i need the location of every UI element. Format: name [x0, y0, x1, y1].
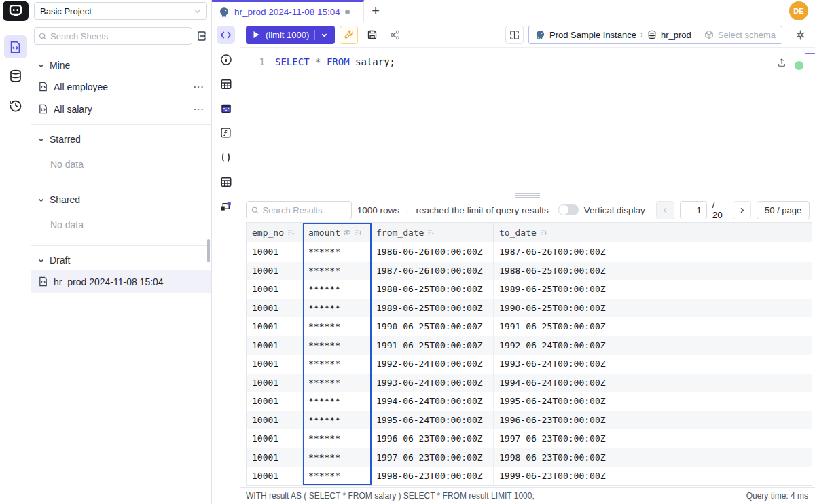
table-cell[interactable]: ******: [303, 448, 371, 467]
table-cell[interactable]: 10001: [247, 355, 303, 374]
run-query-button[interactable]: (limit 1000): [246, 26, 335, 44]
table-cell[interactable]: 1992-06-24T00:00:00Z: [494, 336, 617, 355]
share-button[interactable]: [386, 26, 404, 44]
instance-database-selector[interactable]: Prod Sample Instance › hr_prod: [528, 26, 698, 44]
table-cell[interactable]: ******: [303, 467, 371, 486]
rail-history-button[interactable]: [4, 94, 27, 117]
schema-selector[interactable]: Select schema: [698, 26, 782, 44]
sidebar-scrollbar[interactable]: [207, 239, 210, 262]
table-cell[interactable]: 1997-06-23T00:00:00Z: [371, 448, 494, 467]
tab-hr-prod[interactable]: hr_prod 2024-11-08 15:04: [212, 0, 364, 22]
table-cell[interactable]: 1994-06-24T00:00:00Z: [494, 374, 617, 393]
section-starred-header[interactable]: Starred: [31, 129, 211, 149]
table-cell[interactable]: 1988-06-25T00:00:00Z: [371, 280, 494, 299]
page-size-select[interactable]: 50 / page: [757, 201, 810, 219]
table-cell[interactable]: 1993-06-24T00:00:00Z: [371, 374, 494, 393]
format-sql-button[interactable]: [340, 26, 358, 44]
table-cell[interactable]: 1995-06-24T00:00:00Z: [494, 392, 617, 411]
table-cell[interactable]: ******: [303, 392, 371, 411]
rail-databases-button[interactable]: [4, 65, 27, 88]
table-cell[interactable]: 1992-06-24T00:00:00Z: [371, 355, 494, 374]
save-sheet-button[interactable]: [363, 26, 381, 44]
sheet-item-more-icon[interactable]: ···: [194, 82, 204, 92]
strip-table2-button[interactable]: [217, 173, 235, 191]
rail-worksheets-button[interactable]: [4, 35, 27, 58]
table-cell[interactable]: 1993-06-24T00:00:00Z: [494, 355, 617, 374]
table-cell[interactable]: 1986-06-26T00:00:00Z: [371, 242, 494, 262]
table-cell[interactable]: 1990-06-25T00:00:00Z: [494, 299, 617, 318]
table-cell[interactable]: 10001: [247, 429, 303, 448]
table-cell[interactable]: 1996-06-23T00:00:00Z: [371, 429, 494, 448]
batch-query-button[interactable]: [505, 26, 524, 44]
strip-sql-editor-button[interactable]: [217, 26, 235, 44]
table-cell[interactable]: ******: [303, 411, 371, 430]
sheet-search-input[interactable]: [50, 31, 187, 41]
panel-splitter[interactable]: [240, 192, 815, 198]
import-sheet-button[interactable]: [196, 31, 207, 41]
table-cell[interactable]: ******: [303, 355, 371, 374]
sort-icon[interactable]: [539, 228, 547, 236]
table-cell[interactable]: 10001: [247, 280, 303, 299]
table-cell[interactable]: 10001: [247, 448, 303, 467]
table-cell[interactable]: 1991-06-25T00:00:00Z: [494, 317, 617, 336]
user-avatar[interactable]: DE: [789, 1, 808, 20]
strip-function-button[interactable]: [217, 124, 235, 142]
table-cell[interactable]: 1990-06-25T00:00:00Z: [371, 317, 494, 336]
table-cell[interactable]: ******: [303, 280, 371, 299]
table-cell[interactable]: 1997-06-23T00:00:00Z: [494, 429, 617, 448]
sort-icon[interactable]: [287, 228, 295, 236]
column-header-from-date[interactable]: from_date: [371, 223, 494, 242]
project-selector[interactable]: Basic Project: [34, 2, 207, 20]
table-cell[interactable]: 10001: [247, 242, 303, 262]
sidebar-item-all-salary[interactable]: All salary ···: [31, 98, 211, 120]
table-cell[interactable]: 1995-06-24T00:00:00Z: [371, 411, 494, 430]
table-cell[interactable]: ******: [303, 374, 371, 393]
table-cell[interactable]: 10001: [247, 411, 303, 430]
table-cell[interactable]: ******: [303, 317, 371, 336]
table-cell[interactable]: 1996-06-23T00:00:00Z: [494, 411, 617, 430]
upload-sheet-button[interactable]: [777, 58, 786, 67]
table-cell[interactable]: ******: [303, 299, 371, 318]
table-cell[interactable]: 1991-06-25T00:00:00Z: [371, 336, 494, 355]
table-cell[interactable]: 10001: [247, 336, 303, 355]
table-cell[interactable]: ******: [303, 242, 371, 262]
new-tab-button[interactable]: +: [364, 0, 387, 22]
table-cell[interactable]: ******: [303, 429, 371, 448]
sort-icon[interactable]: [354, 228, 362, 236]
section-shared-header[interactable]: Shared: [31, 190, 211, 210]
table-cell[interactable]: 1998-06-23T00:00:00Z: [494, 448, 617, 467]
page-number-input[interactable]: [680, 201, 707, 219]
strip-info-button[interactable]: [217, 50, 235, 69]
table-cell[interactable]: 1994-06-24T00:00:00Z: [371, 392, 494, 411]
table-cell[interactable]: 1989-06-25T00:00:00Z: [371, 299, 494, 318]
column-header-to-date[interactable]: to_date: [494, 223, 617, 242]
column-header-amount[interactable]: amount: [303, 223, 371, 242]
table-cell[interactable]: 1999-06-23T00:00:00Z: [494, 467, 617, 486]
strip-masked-table-button[interactable]: [217, 99, 235, 118]
prev-page-button[interactable]: [656, 201, 674, 219]
table-cell[interactable]: 10001: [247, 262, 303, 281]
section-mine-header[interactable]: Mine: [31, 55, 211, 75]
strip-parentheses-button[interactable]: [217, 148, 235, 166]
strip-table-button[interactable]: [217, 75, 235, 93]
sidebar-item-all-employee[interactable]: All employee ···: [31, 75, 211, 98]
strip-schema-diagram-button[interactable]: [217, 197, 235, 215]
table-cell[interactable]: 1998-06-23T00:00:00Z: [371, 467, 494, 486]
table-cell[interactable]: 1987-06-26T00:00:00Z: [494, 242, 617, 262]
chevron-down-icon[interactable]: [321, 31, 328, 39]
column-header-emp-no[interactable]: emp_no: [247, 223, 303, 242]
table-cell[interactable]: 10001: [247, 299, 303, 318]
table-cell[interactable]: 10001: [247, 467, 303, 486]
table-cell[interactable]: 10001: [247, 317, 303, 336]
ai-assistant-button[interactable]: [791, 26, 810, 44]
bytebase-logo[interactable]: [3, 1, 29, 21]
table-cell[interactable]: ******: [303, 262, 371, 281]
table-cell[interactable]: 1988-06-25T00:00:00Z: [494, 262, 617, 281]
table-cell[interactable]: ******: [303, 336, 371, 355]
next-page-button[interactable]: [733, 201, 751, 219]
results-search-input[interactable]: [262, 205, 346, 215]
sidebar-item-draft-hr-prod[interactable]: hr_prod 2024-11-08 15:04: [31, 270, 211, 293]
table-cell[interactable]: 1987-06-26T00:00:00Z: [371, 262, 494, 281]
table-cell[interactable]: 10001: [247, 392, 303, 411]
table-cell[interactable]: 10001: [247, 374, 303, 393]
